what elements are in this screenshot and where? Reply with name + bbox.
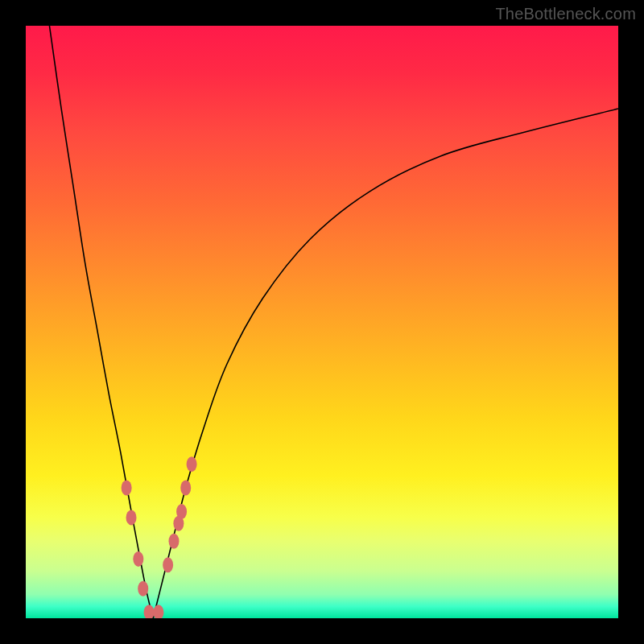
curve-layer <box>26 26 618 618</box>
highlight-marker <box>153 605 163 618</box>
highlight-marker <box>138 581 148 597</box>
cpu-branch-curve <box>49 26 153 618</box>
highlight-marker <box>126 510 137 525</box>
gpu-branch-curve <box>153 109 618 618</box>
highlight-marker <box>133 551 143 567</box>
highlight-marker <box>163 557 173 572</box>
chart-frame: TheBottleneck.com <box>0 0 644 644</box>
highlight-marker <box>169 534 180 549</box>
watermark-text: TheBottleneck.com <box>495 5 636 23</box>
highlight-marker <box>187 456 197 472</box>
highlight-marker <box>144 605 155 618</box>
plot-area <box>26 26 618 618</box>
highlight-marker <box>122 481 132 496</box>
highlight-marker <box>176 504 187 519</box>
highlight-marker <box>180 481 191 496</box>
